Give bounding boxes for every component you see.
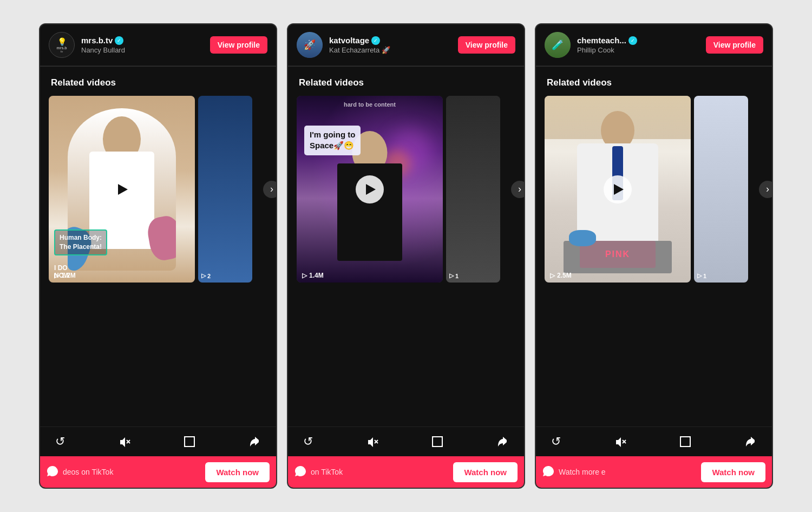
related-title-2: Related videos <box>288 77 524 88</box>
second-view-count-2: ▷ 1 <box>449 272 459 279</box>
verified-icon-2: ✓ <box>371 36 380 45</box>
view-count-2: ▷ 1.4M <box>302 272 324 279</box>
card-header-1: 💡 mrs.b tv mrs.b.tv ✓ Nancy Bullard View… <box>40 24 276 66</box>
fullscreen-btn-3[interactable] <box>679 436 691 448</box>
controls-bar-2: ↺ <box>288 426 524 456</box>
verified-icon-1: ✓ <box>115 36 123 45</box>
next-arrow-3[interactable]: › <box>759 181 773 198</box>
cta-text-3: Watch more e <box>559 468 697 476</box>
mute-btn-1[interactable] <box>119 436 130 448</box>
cta-bar-1: deos on TikTok Watch now <box>40 456 276 488</box>
avatar-1: 💡 mrs.b tv <box>49 32 75 58</box>
username-2: katvoltage <box>329 36 369 45</box>
watch-now-btn-2[interactable]: Watch now <box>453 462 518 482</box>
fullscreen-btn-2[interactable] <box>431 436 443 448</box>
card-header-3: 🧪 chemteach... ✓ Phillip Cook View profi… <box>536 24 772 66</box>
play-btn-2[interactable] <box>356 175 384 204</box>
share-btn-1[interactable] <box>249 436 261 448</box>
controls-bar-3: ↺ <box>536 426 772 456</box>
replay-btn-2[interactable]: ↺ <box>303 435 313 449</box>
main-video-thumb-1[interactable]: Human Body: The Placenta! I DO NOW ▷ 1.2… <box>49 96 195 283</box>
replay-btn-1[interactable]: ↺ <box>55 435 65 449</box>
card-header-2: 🚀 katvoltage ✓ Kat Echazarreta 🚀 View pr… <box>288 24 524 66</box>
videos-row-2: hard to be content I'm going to Space🚀😁 … <box>288 96 524 283</box>
text-ido: I DO <box>54 264 68 272</box>
fullscreen-btn-1[interactable] <box>184 436 195 448</box>
main-video-thumb-2[interactable]: hard to be content I'm going to Space🚀😁 … <box>297 96 443 283</box>
display-name-3: Phillip Cook <box>577 46 699 54</box>
text-now: NOW <box>54 272 70 279</box>
watch-now-btn-1[interactable]: Watch now <box>205 462 270 482</box>
username-1: mrs.b.tv <box>81 36 113 45</box>
user-info-1: mrs.b.tv ✓ Nancy Bullard <box>81 36 204 54</box>
card-chemteach: 🧪 chemteach... ✓ Phillip Cook View profi… <box>535 23 773 489</box>
verified-icon-3: ✓ <box>628 36 637 45</box>
replay-btn-3[interactable]: ↺ <box>551 435 561 449</box>
share-btn-3[interactable] <box>745 436 757 448</box>
related-section-1: Related videos Human Body: The Place <box>40 67 276 426</box>
svg-rect-5 <box>433 437 442 447</box>
related-section-3: Related videos <box>536 67 772 426</box>
videos-row-1: Human Body: The Placenta! I DO NOW ▷ 1.2… <box>40 96 276 283</box>
related-title-1: Related videos <box>40 77 276 88</box>
svg-rect-8 <box>680 437 690 447</box>
avatar-2: 🚀 <box>297 32 323 58</box>
card-katvoltage: 🚀 katvoltage ✓ Kat Echazarreta 🚀 View pr… <box>287 23 525 489</box>
play-btn-3[interactable] <box>604 175 632 204</box>
second-video-thumb-2[interactable]: ▷ 1 <box>446 96 500 283</box>
user-info-3: chemteach... ✓ Phillip Cook <box>577 36 699 54</box>
share-btn-2[interactable] <box>497 436 509 448</box>
videos-row-3: PINK ▷ 2.5M ▷ <box>536 96 772 283</box>
second-video-thumb-1[interactable]: ▷ 2 <box>198 96 252 283</box>
card-mrs-btv: 💡 mrs.b tv mrs.b.tv ✓ Nancy Bullard View… <box>39 23 277 489</box>
controls-bar-1: ↺ <box>40 426 276 456</box>
main-video-thumb-3[interactable]: PINK ▷ 2.5M <box>545 96 691 283</box>
top-text-kat: hard to be content <box>297 101 443 108</box>
second-video-thumb-3[interactable]: ▷ 1 <box>694 96 748 283</box>
play-btn-1[interactable] <box>108 175 136 204</box>
display-name-2: Kat Echazarreta 🚀 <box>329 46 451 54</box>
related-title-3: Related videos <box>536 77 772 88</box>
display-name-1: Nancy Bullard <box>81 46 204 54</box>
view-profile-btn-3[interactable]: View profile <box>706 36 763 54</box>
cta-bar-3: Watch more e Watch now <box>536 456 772 488</box>
video-label-1: Human Body: The Placenta! <box>54 229 107 255</box>
username-3: chemteach... <box>577 36 626 45</box>
mute-btn-2[interactable] <box>366 436 378 448</box>
mute-btn-3[interactable] <box>614 436 626 448</box>
user-info-2: katvoltage ✓ Kat Echazarreta 🚀 <box>329 36 451 54</box>
cta-text-1: deos on TikTok <box>63 468 201 476</box>
next-arrow-2[interactable]: › <box>511 181 525 198</box>
second-view-count-1: ▷ 2 <box>201 272 211 279</box>
view-profile-btn-2[interactable]: View profile <box>458 36 515 54</box>
svg-rect-2 <box>185 437 194 447</box>
watch-now-btn-3[interactable]: Watch now <box>701 462 765 482</box>
next-arrow-1[interactable]: › <box>263 181 277 198</box>
second-view-count-3: ▷ 1 <box>697 272 706 279</box>
view-count-3: ▷ 2.5M <box>550 272 572 279</box>
related-section-2: Related videos hard to be content I'm go… <box>288 67 524 426</box>
cta-bar-2: on TikTok Watch now <box>288 456 524 488</box>
chat-icon-3 <box>542 465 554 480</box>
cta-text-2: on TikTok <box>311 468 449 476</box>
video-label-2: I'm going to Space🚀😁 <box>304 126 361 155</box>
avatar-3: 🧪 <box>545 32 571 58</box>
chat-icon-1 <box>47 465 58 480</box>
view-profile-btn-1[interactable]: View profile <box>210 36 267 54</box>
chat-icon-2 <box>294 465 306 480</box>
